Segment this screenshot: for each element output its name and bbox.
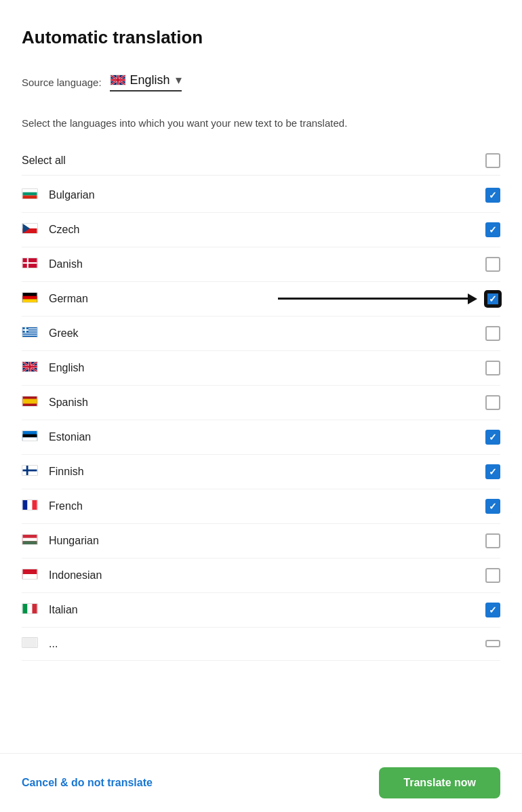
language-checkbox-unchecked[interactable] bbox=[485, 326, 500, 341]
language-checkbox-checked[interactable]: ✓ bbox=[485, 188, 500, 203]
source-language-row: Source language: English ▾ bbox=[22, 73, 500, 92]
svg-rect-46 bbox=[23, 638, 37, 647]
source-language-label: Source language: bbox=[22, 77, 102, 88]
language-item[interactable]: Czech✓ bbox=[22, 213, 500, 247]
language-item[interactable]: Danish bbox=[22, 247, 500, 282]
svg-rect-36 bbox=[28, 500, 33, 510]
svg-rect-37 bbox=[33, 500, 37, 510]
language-checkbox-unchecked[interactable] bbox=[485, 568, 500, 583]
hu-flag-icon bbox=[22, 534, 38, 548]
footer: Cancel & do not translate Translate now bbox=[0, 753, 522, 812]
language-name: Estonian bbox=[49, 431, 91, 443]
language-item[interactable]: Hungarian bbox=[22, 524, 500, 559]
language-checkbox-unchecked[interactable] bbox=[485, 395, 500, 410]
language-item[interactable]: Spanish bbox=[22, 386, 500, 420]
language-checkbox-unchecked[interactable] bbox=[485, 533, 500, 548]
language-checkbox-checked[interactable]: ✓ bbox=[485, 464, 500, 479]
language-item[interactable]: Indonesian bbox=[22, 559, 500, 593]
bg-flag-icon bbox=[22, 188, 38, 202]
select-all-label: Select all bbox=[22, 155, 66, 167]
language-left-...: ... bbox=[22, 637, 58, 651]
svg-rect-25 bbox=[23, 329, 28, 330]
language-checkbox-checked[interactable]: ✓ bbox=[485, 222, 500, 237]
svg-rect-22 bbox=[23, 336, 37, 337]
svg-rect-40 bbox=[23, 541, 37, 544]
gr-flag-icon bbox=[22, 327, 38, 340]
language-left-estonian: Estonian bbox=[22, 430, 91, 444]
language-left-czech: Czech bbox=[22, 223, 79, 237]
translate-button[interactable]: Translate now bbox=[379, 767, 500, 798]
dk-flag-icon bbox=[22, 258, 38, 271]
language-name: Hungarian bbox=[49, 535, 99, 547]
id-flag-icon bbox=[22, 569, 38, 582]
language-checkbox-highlighted[interactable]: ✓ bbox=[485, 291, 500, 306]
uk-flag-icon bbox=[110, 75, 126, 85]
de-flag-icon bbox=[22, 292, 38, 306]
language-item[interactable]: ... bbox=[22, 628, 500, 661]
arrow-annotation bbox=[88, 293, 477, 304]
language-item[interactable]: French✓ bbox=[22, 489, 500, 524]
language-name: Indonesian bbox=[49, 569, 102, 582]
language-left-indonesian: Indonesian bbox=[22, 569, 102, 582]
svg-rect-19 bbox=[23, 332, 37, 333]
language-name: Greek bbox=[49, 327, 79, 340]
svg-rect-3 bbox=[23, 195, 37, 199]
language-item[interactable]: Bulgarian✓ bbox=[22, 178, 500, 213]
svg-rect-45 bbox=[33, 604, 37, 613]
ee-flag-icon bbox=[22, 430, 38, 444]
svg-rect-12 bbox=[23, 299, 37, 302]
language-name: Italian bbox=[49, 604, 78, 616]
language-left-french: French bbox=[22, 500, 83, 513]
select-all-row[interactable]: Select all bbox=[22, 146, 500, 176]
language-item[interactable]: Italian✓ bbox=[22, 593, 500, 628]
arrow-line bbox=[278, 298, 468, 300]
svg-rect-11 bbox=[23, 296, 37, 299]
source-language-select[interactable]: English ▾ bbox=[110, 73, 182, 92]
main-container: Automatic translation Source language: E… bbox=[0, 0, 522, 729]
it-flag-icon bbox=[22, 603, 38, 617]
language-left-hungarian: Hungarian bbox=[22, 534, 99, 548]
language-left-danish: Danish bbox=[22, 258, 83, 271]
arrow-head-icon bbox=[468, 293, 477, 304]
language-checkbox-unchecked[interactable] bbox=[485, 257, 500, 272]
language-name: Danish bbox=[49, 258, 83, 270]
language-checkbox-unchecked[interactable] bbox=[485, 361, 500, 375]
language-name: Czech bbox=[49, 224, 79, 236]
svg-rect-20 bbox=[23, 333, 37, 335]
language-left-spanish: Spanish bbox=[22, 396, 88, 409]
select-all-checkbox[interactable] bbox=[485, 153, 500, 168]
language-name: German bbox=[49, 293, 88, 305]
language-left-finnish: Finnish bbox=[22, 465, 84, 479]
svg-rect-43 bbox=[23, 604, 28, 613]
language-checkbox-checked[interactable]: ✓ bbox=[485, 603, 500, 617]
language-left-english: English bbox=[22, 361, 84, 375]
cancel-button[interactable]: Cancel & do not translate bbox=[22, 770, 153, 796]
svg-rect-39 bbox=[23, 537, 37, 541]
language-checkbox-checked[interactable]: ✓ bbox=[485, 499, 500, 514]
svg-rect-31 bbox=[23, 437, 37, 441]
language-checkbox-unchecked[interactable] bbox=[485, 640, 500, 647]
svg-rect-42 bbox=[23, 574, 37, 579]
language-list: Bulgarian✓Czech✓DanishGerman✓GreekEnglis… bbox=[22, 178, 500, 661]
svg-rect-21 bbox=[23, 334, 37, 336]
language-item[interactable]: English bbox=[22, 351, 500, 386]
cz-flag-icon bbox=[22, 223, 38, 237]
chevron-down-icon: ▾ bbox=[176, 73, 182, 87]
language-name: Finnish bbox=[49, 466, 84, 478]
language-name: Bulgarian bbox=[49, 189, 95, 201]
instruction-text: Select the languages into which you want… bbox=[22, 116, 500, 131]
svg-rect-9 bbox=[23, 262, 37, 263]
svg-rect-30 bbox=[23, 434, 37, 437]
svg-rect-44 bbox=[28, 604, 33, 613]
language-item[interactable]: Greek bbox=[22, 317, 500, 351]
language-item[interactable]: Estonian✓ bbox=[22, 420, 500, 455]
fi-flag-icon bbox=[22, 465, 38, 479]
svg-rect-2 bbox=[23, 192, 37, 195]
language-item[interactable]: Finnish✓ bbox=[22, 455, 500, 489]
language-item[interactable]: German✓ bbox=[22, 282, 500, 317]
language-left-italian: Italian bbox=[22, 603, 78, 617]
language-name: Spanish bbox=[49, 397, 88, 409]
language-checkbox-checked[interactable]: ✓ bbox=[485, 430, 500, 445]
svg-rect-34 bbox=[23, 469, 37, 471]
svg-rect-35 bbox=[23, 500, 28, 510]
